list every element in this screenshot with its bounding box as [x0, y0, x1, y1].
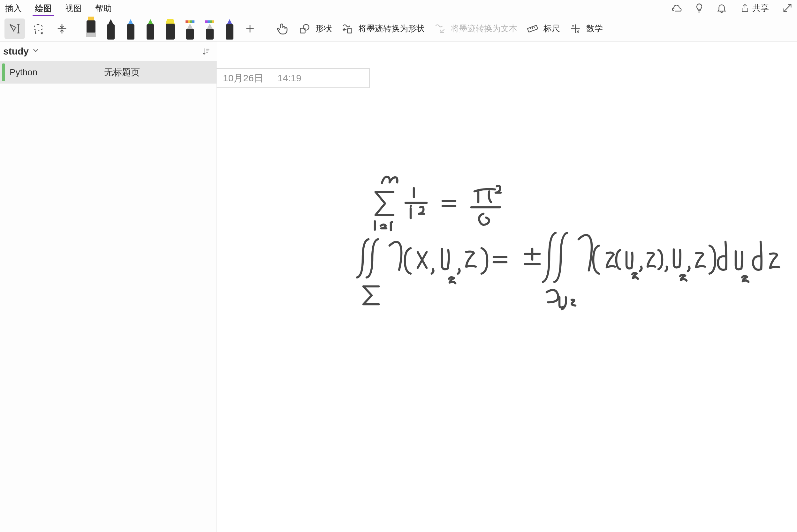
svg-rect-7: [185, 20, 188, 23]
svg-rect-16: [206, 29, 214, 40]
share-label: 共享: [752, 3, 769, 14]
sort-button[interactable]: [198, 44, 214, 59]
touch-draw-button[interactable]: [272, 19, 292, 39]
pen-gallery: [84, 16, 237, 41]
shapes-label: 形状: [315, 23, 332, 34]
ruler-label: 标尺: [543, 23, 560, 34]
content-area: study Python 无标题页: [0, 41, 797, 532]
marker-pen-yellow-black[interactable]: [84, 17, 98, 37]
note-canvas[interactable]: 10月26日 14:19: [217, 41, 797, 532]
page-item[interactable]: 无标题页: [102, 61, 217, 83]
math-button[interactable]: 数学: [566, 23, 606, 35]
menu-insert[interactable]: 插入: [2, 0, 25, 16]
svg-rect-5: [147, 24, 154, 40]
svg-rect-10: [192, 20, 195, 23]
svg-rect-15: [212, 20, 214, 23]
ink-to-shape-label: 将墨迹转换为形状: [358, 23, 425, 34]
svg-rect-14: [210, 20, 212, 23]
svg-rect-9: [190, 20, 192, 23]
svg-rect-4: [127, 24, 134, 40]
section-color-swatch: [2, 63, 5, 81]
lasso-tool[interactable]: [28, 19, 49, 39]
section-list: Python: [0, 61, 102, 532]
svg-rect-0: [88, 17, 94, 20]
notebook-name: study: [3, 46, 29, 57]
chevron-down-icon: [31, 46, 40, 57]
section-item[interactable]: Python: [0, 61, 102, 83]
pen-black[interactable]: [104, 19, 118, 40]
ink-to-text-button: 将墨迹转换为文本: [431, 23, 521, 35]
insert-space-tool[interactable]: [52, 19, 72, 39]
svg-rect-6: [166, 24, 175, 40]
highlighter-yellow[interactable]: [163, 19, 177, 40]
notebook-picker[interactable]: study: [0, 41, 217, 61]
pen-red[interactable]: [183, 19, 197, 40]
handwriting-ink: [351, 175, 797, 330]
svg-rect-11: [186, 29, 194, 40]
text-cursor-tool[interactable]: [4, 19, 25, 39]
note-title-frame[interactable]: 10月26日 14:19: [217, 68, 370, 88]
sidebar: study Python 无标题页: [0, 41, 217, 532]
svg-rect-1: [87, 20, 95, 33]
pen-purple[interactable]: [222, 19, 237, 40]
menu-view[interactable]: 视图: [62, 0, 85, 16]
svg-point-18: [303, 24, 309, 30]
svg-rect-3: [107, 24, 115, 40]
draw-ribbon: 形状 将墨迹转换为形状 将墨迹转换为文本 标尺 数学: [0, 16, 797, 41]
svg-rect-2: [86, 33, 96, 37]
tips-icon[interactable]: [692, 0, 707, 16]
pen-green[interactable]: [143, 19, 158, 40]
menubar: 插入 绘图 视图 帮助 共享: [0, 0, 797, 16]
page-list: 无标题页: [102, 61, 217, 532]
menu-help[interactable]: 帮助: [92, 0, 115, 16]
section-label: Python: [10, 67, 37, 77]
svg-rect-19: [301, 28, 305, 33]
ink-to-text-label: 将墨迹转换为文本: [451, 23, 517, 34]
svg-rect-12: [205, 20, 207, 23]
add-pen-button[interactable]: [240, 19, 260, 39]
svg-rect-8: [188, 20, 190, 23]
ink-to-shape-button[interactable]: 将墨迹转换为形状: [339, 23, 428, 35]
pen-blue[interactable]: [124, 19, 138, 40]
svg-rect-20: [347, 29, 352, 33]
shapes-button[interactable]: 形状: [296, 23, 335, 35]
math-label: 数学: [586, 23, 603, 34]
pen-orange[interactable]: [203, 19, 217, 40]
expand-icon[interactable]: [780, 0, 795, 16]
sync-status-icon[interactable]: [669, 0, 685, 16]
note-time: 14:19: [277, 73, 302, 83]
menu-draw[interactable]: 绘图: [32, 0, 55, 16]
share-button[interactable]: 共享: [736, 1, 773, 16]
notifications-icon[interactable]: [714, 0, 729, 16]
page-label: 无标题页: [104, 66, 140, 78]
ruler-button[interactable]: 标尺: [524, 23, 563, 35]
note-date: 10月26日: [223, 72, 264, 85]
svg-rect-13: [207, 20, 210, 23]
svg-rect-17: [226, 24, 233, 40]
